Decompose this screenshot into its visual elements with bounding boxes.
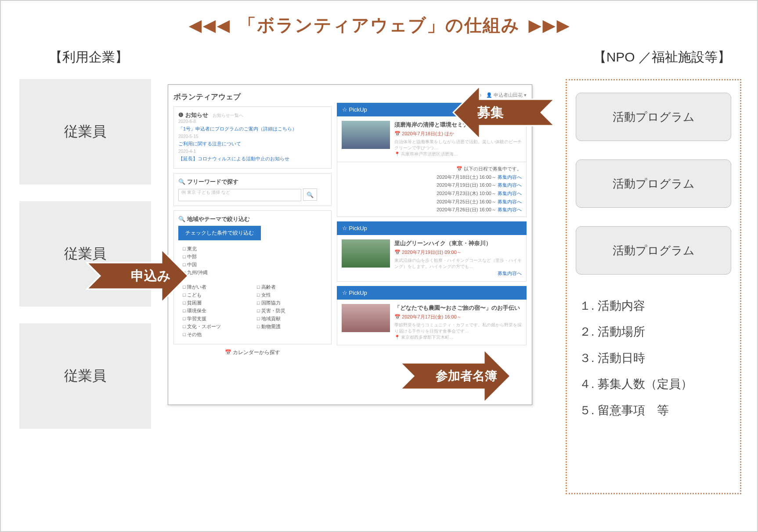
detail-link[interactable]: 募集内容へ — [498, 174, 522, 180]
roster-arrow: 参加者名簿 — [392, 345, 541, 407]
card-thumbnail — [342, 239, 390, 268]
theme-check[interactable]: □ 災害・防災 — [257, 308, 322, 314]
card-thumbnail — [342, 304, 390, 332]
recruit-arrow: 募集 — [422, 82, 559, 143]
listing-card[interactable]: 「どなたでも農園〜おさご旅の宿〜」のお手伝い 📅 2020年7月17日(金) 1… — [337, 300, 527, 345]
listing-card[interactable]: 里山グリーンハイク（東京・神奈川） 📅 2020年7月19日(日) 09:00～… — [337, 235, 527, 282]
program-box-1: 活動プログラム — [576, 93, 731, 141]
card-title: 里山グリーンハイク（東京・神奈川） — [394, 239, 522, 247]
svg-marker-0 — [453, 86, 554, 139]
news-header: ❶ お知らせ — [178, 111, 208, 119]
news-panel: ❶ お知らせ お知らせ一覧へ 2020-6-8 「1号」申込者にプログラムのご案… — [173, 106, 332, 169]
theme-check[interactable]: □ 環境保全 — [183, 308, 248, 314]
npo-list-item: １. 活動内容 — [579, 293, 731, 319]
theme-check[interactable]: □ 高齢者 — [257, 284, 322, 290]
employee-box-1: 従業員 — [19, 79, 151, 185]
detail-link[interactable]: 募集内容へ — [498, 191, 522, 196]
npo-detail-list: １. 活動内容 ２. 活動場所 ３. 活動日時 ４. 募集人数（定員） ５. 留… — [576, 293, 731, 423]
news-item[interactable]: 【延長】コロナウィルスによる活動中止のお知らせ — [178, 156, 327, 162]
detail-link[interactable]: 募集内容へ — [498, 182, 522, 188]
pickup-header: ☆ PickUp — [337, 286, 527, 300]
apply-arrow: 申込み — [83, 245, 219, 307]
card-thumbnail — [342, 121, 390, 149]
arrow-label: 参加者名簿 — [436, 368, 497, 384]
theme-check[interactable]: □ 学習支援 — [183, 315, 248, 322]
diagram-title-row: ◀◀◀ 「ボランティアウェブ」の仕組み ▶▶▶ — [1, 1, 757, 37]
card-title: 「どなたでも農園〜おさご旅の宿〜」のお手伝い — [394, 304, 522, 312]
theme-check[interactable]: □ 女性 — [257, 292, 322, 298]
program-box-2: 活動プログラム — [576, 159, 731, 208]
npo-list-item: ３. 活動日時 — [579, 345, 731, 371]
arrow-label: 募集 — [477, 104, 504, 122]
npo-list-item: ５. 留意事項 等 — [579, 398, 731, 423]
schedule-list: 📅 以下の日程で募集中です。 2020年7月18日(土) 16:00～ 募集内容… — [337, 162, 527, 217]
theme-check[interactable]: □ 国際協力 — [257, 300, 322, 306]
left-arrows-icon: ◀◀◀ — [189, 16, 230, 35]
news-item[interactable]: 「1号」申込者にプログラムのご案内（詳細はこちら） — [178, 126, 327, 132]
theme-check[interactable]: □ 動物愛護 — [257, 323, 322, 330]
employee-label: 従業員 — [64, 366, 106, 386]
news-item[interactable]: ご利用に関する注意について — [178, 141, 327, 147]
calendar-link[interactable]: カレンダーから探す — [233, 349, 280, 355]
theme-check[interactable]: □ 地域貢献 — [257, 315, 322, 322]
news-more-link[interactable]: お知らせ一覧へ — [213, 112, 243, 119]
pickup-header: ☆ PickUp — [337, 221, 527, 235]
employee-box-3: 従業員 — [19, 323, 151, 429]
search-button[interactable]: 🔍 — [303, 188, 317, 201]
refine-button[interactable]: チェックした条件で絞り込む — [178, 226, 261, 240]
diagram-title: 「ボランティアウェブ」の仕組み — [238, 13, 520, 37]
program-box-3: 活動プログラム — [576, 226, 731, 275]
npo-list-item: ４. 募集人数（定員） — [579, 371, 731, 397]
employee-label: 従業員 — [64, 122, 106, 141]
right-column-header: 【NPO ／福祉施設等】 — [593, 48, 731, 66]
npo-box: 活動プログラム 活動プログラム 活動プログラム １. 活動内容 ２. 活動場所 … — [566, 79, 741, 494]
theme-check[interactable]: □ 文化・スポーツ — [183, 323, 248, 330]
right-arrows-icon: ▶▶▶ — [529, 16, 569, 35]
arrow-label: 申込み — [131, 267, 171, 285]
detail-link[interactable]: 募集内容へ — [498, 207, 522, 212]
npo-list-item: ２. 活動場所 — [579, 319, 731, 345]
theme-check[interactable]: □ その他 — [183, 331, 248, 338]
app-brand: ボランティアウェブ — [173, 92, 241, 102]
left-column-header: 【利用企業】 — [49, 48, 128, 66]
detail-link[interactable]: 募集内容へ — [498, 199, 522, 204]
search-input[interactable]: 例 東京 子ども 清掃 など — [178, 189, 301, 201]
detail-link[interactable]: 募集内容へ — [498, 271, 522, 276]
freeword-panel: 🔍 フリーワードで探す 例 東京 子ども 清掃 など 🔍 — [173, 173, 332, 206]
